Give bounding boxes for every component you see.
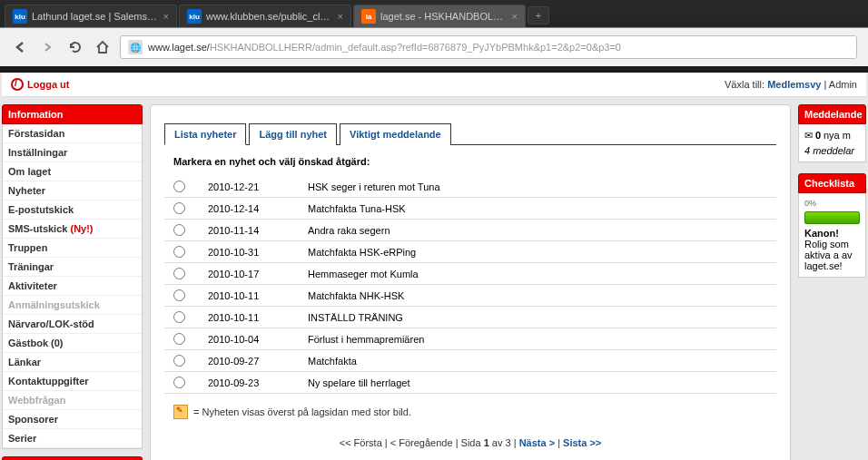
url-bar[interactable]: 🌐 www.laget.se/HSKHANDBOLLHERR/admin_def…: [120, 35, 857, 59]
sidebar-item[interactable]: Om laget: [3, 162, 142, 181]
favicon-icon: la: [361, 9, 376, 24]
sidebar-item[interactable]: Nyheter: [3, 181, 142, 201]
sidebar-item[interactable]: Serier: [3, 429, 142, 448]
news-title: Matchfakta: [308, 356, 357, 367]
browser-tab[interactable]: klu Lathund laget.se | Salems IF ×: [5, 5, 177, 27]
new-message-count: 0: [815, 130, 821, 141]
home-button[interactable]: [93, 37, 113, 57]
tab-list-news[interactable]: Lista nyheter: [164, 123, 246, 145]
page-last-link[interactable]: Sista >>: [563, 437, 601, 448]
tab-add-news[interactable]: Lägg till nyhet: [249, 123, 337, 145]
news-row: 2010-10-11Matchfakta NHK-HSK: [164, 285, 776, 307]
sidebar-item[interactable]: Länkar: [3, 353, 142, 372]
news-radio[interactable]: [173, 311, 185, 323]
news-radio[interactable]: [173, 246, 185, 258]
sidebar-item: Anmälningsutskick: [3, 296, 142, 315]
back-button[interactable]: [11, 37, 31, 57]
total-messages: 4 meddelar: [804, 145, 860, 156]
news-row: 2010-10-04Förlust i hemmapremiären: [164, 328, 776, 350]
checklist-widget: 0% Kanon! Rolig som aktiva a av laget.se…: [798, 193, 866, 278]
favicon-icon: klu: [187, 9, 202, 24]
news-radio[interactable]: [173, 268, 185, 279]
news-radio[interactable]: [173, 355, 185, 367]
sidebar-item[interactable]: Truppen: [3, 239, 142, 258]
news-date: 2010-12-21: [208, 181, 290, 192]
sidebar-item[interactable]: E-postutskick: [3, 201, 142, 220]
browser-tab[interactable]: klu www.klubben.se/public_clu... ×: [179, 5, 351, 27]
tab-title: Lathund laget.se | Salems IF: [32, 11, 159, 22]
right-column: Meddelande ✉ 0 nya m 4 meddelar Checklis…: [798, 104, 866, 460]
news-title: Matchfakta Tuna-HSK: [308, 203, 406, 214]
page-total: 3: [506, 437, 511, 448]
tab-important-message[interactable]: Viktigt meddelande: [340, 123, 451, 145]
sidebar-header-design: Design: [2, 456, 143, 460]
page-content: Logga ut Växla till: Medlemsvy | Admin I…: [0, 73, 868, 460]
news-title: Matchfakta HSK-eRPing: [308, 247, 416, 258]
featured-text: = Nyheten visas överst på lagsidan med s…: [193, 406, 411, 417]
news-title: Andra raka segern: [308, 225, 390, 236]
news-date: 2010-09-23: [208, 377, 290, 388]
sidebar-item[interactable]: Aktiviteter: [3, 277, 142, 296]
tab-title: laget.se - HSKHANDBOLLH...: [380, 11, 508, 22]
view-switcher: Växla till: Medlemsvy | Admin: [725, 79, 857, 90]
member-view-link[interactable]: Medlemsvy: [767, 79, 821, 90]
news-row: 2010-11-14Andra raka segern: [164, 220, 776, 241]
logout-link[interactable]: Logga ut: [11, 78, 69, 91]
featured-legend: = Nyheten visas överst på lagsidan med s…: [164, 394, 776, 430]
news-row: 2010-10-31Matchfakta HSK-eRPing: [164, 241, 776, 263]
logout-icon: [11, 78, 24, 91]
sidebar-item[interactable]: Sponsorer: [3, 410, 142, 429]
logout-label: Logga ut: [27, 79, 69, 90]
new-tab-button[interactable]: +: [528, 6, 549, 24]
news-radio[interactable]: [173, 181, 185, 192]
sidebar-item[interactable]: Inställningar: [3, 143, 142, 162]
checklist-percent: 0%: [804, 199, 860, 208]
news-row: 2010-10-11INSTÄLLD TRÄNING: [164, 307, 776, 328]
news-date: 2010-10-31: [208, 247, 290, 258]
news-list: 2010-12-21HSK seger i returen mot Tuna20…: [164, 176, 776, 394]
sidebar-item[interactable]: SMS-utskick (Ny!): [3, 220, 142, 239]
news-title: HSK seger i returen mot Tuna: [308, 181, 440, 192]
news-title: Förlust i hemmapremiären: [308, 334, 424, 345]
page-current: 1: [484, 437, 489, 448]
page-prev: < Föregående: [390, 437, 453, 448]
nav-bar: 🌐 www.laget.se/HSKHANDBOLLHERR/admin_def…: [0, 27, 868, 66]
reload-button[interactable]: [65, 37, 85, 57]
sidebar-header-information: Information: [2, 104, 143, 124]
news-radio[interactable]: [173, 224, 185, 236]
news-radio[interactable]: [173, 202, 185, 214]
close-icon[interactable]: ×: [512, 11, 518, 22]
forward-button[interactable]: [38, 37, 58, 57]
news-row: 2010-10-17Hemmaseger mot Kumla: [164, 263, 776, 285]
admin-label: Admin: [829, 79, 857, 90]
news-date: 2010-10-11: [208, 312, 290, 323]
close-icon[interactable]: ×: [338, 11, 343, 22]
news-title: Ny spelare till herrlaget: [308, 377, 410, 388]
sidebar-item[interactable]: Kontaktuppgifter: [3, 372, 142, 391]
sidebar-item[interactable]: Träningar: [3, 258, 142, 277]
instruction-text: Markera en nyhet och välj önskad åtgärd:: [164, 156, 776, 167]
news-row: 2010-12-14Matchfakta Tuna-HSK: [164, 198, 776, 220]
news-date: 2010-10-17: [208, 269, 290, 279]
news-radio[interactable]: [173, 289, 185, 301]
sidebar-item[interactable]: Närvaro/LOK-stöd: [3, 315, 142, 334]
sidebar-item: Webbfrågan: [3, 391, 142, 410]
page-next-link[interactable]: Nästa >: [519, 437, 555, 448]
news-date: 2010-11-14: [208, 225, 290, 236]
news-radio[interactable]: [173, 333, 185, 345]
news-date: 2010-10-04: [208, 334, 290, 345]
pagination: << Första | < Föregående | Sida 1 av 3 |…: [164, 430, 776, 455]
browser-tab[interactable]: la laget.se - HSKHANDBOLLH... ×: [353, 5, 526, 27]
news-title: INSTÄLLD TRÄNING: [308, 312, 403, 323]
news-date: 2010-12-14: [208, 203, 290, 214]
progress-bar: [804, 211, 860, 224]
close-icon[interactable]: ×: [163, 11, 169, 22]
sidebar: Information FörstasidanInställningarOm l…: [2, 104, 143, 460]
featured-icon: [173, 405, 188, 419]
news-radio[interactable]: [173, 377, 185, 388]
page-first: << Första: [340, 437, 382, 448]
tab-title: www.klubben.se/public_clu...: [206, 11, 333, 22]
sidebar-item[interactable]: Gästbok (0): [3, 334, 142, 353]
main-panel: Lista nyheter Lägg till nyhet Viktigt me…: [150, 104, 791, 460]
sidebar-item[interactable]: Förstasidan: [3, 124, 142, 143]
